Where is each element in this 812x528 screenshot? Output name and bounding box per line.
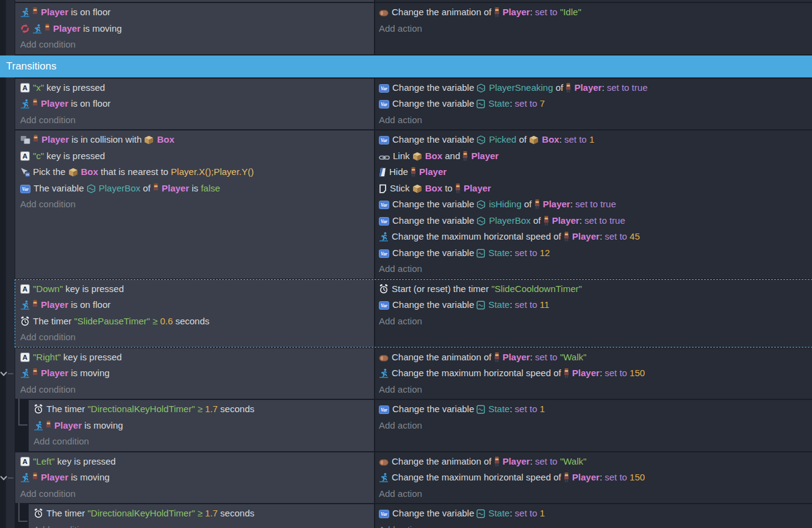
event[interactable]: The timer "DirectionalKeyHoldTimer" ≥ 1.… bbox=[29, 504, 812, 528]
add-link-label[interactable]: Add condition bbox=[20, 115, 76, 125]
add-link-label[interactable]: Add condition bbox=[20, 384, 76, 394]
platformer-icon bbox=[379, 473, 389, 482]
condition-row[interactable]: The timer "DirectionalKeyHoldTimer" ≥ 1.… bbox=[34, 505, 374, 522]
add-condition-link[interactable]: Add condition bbox=[34, 522, 374, 528]
conditions-column: A"Left" key is pressedPlayer is movingAd… bbox=[15, 452, 374, 504]
event[interactable]: A"x" key is pressedPlayer is on floorAdd… bbox=[15, 79, 812, 130]
condition-row[interactable]: vsPick the Box that is nearest to Player… bbox=[20, 164, 374, 180]
condition-row[interactable]: Player is moving bbox=[20, 21, 374, 37]
action-row[interactable]: Hide Player bbox=[379, 164, 812, 180]
add-link-label[interactable]: Add action bbox=[379, 316, 422, 326]
action-row[interactable]: Change the maximum horizontal speed of P… bbox=[379, 365, 812, 382]
action-row[interactable]: Change the animation of Player: set to "… bbox=[379, 349, 812, 366]
condition-row[interactable]: A"x" key is pressed bbox=[20, 80, 374, 96]
add-link-label[interactable]: Add action bbox=[379, 420, 422, 430]
add-action-link[interactable]: Add action bbox=[379, 382, 812, 398]
add-link-label[interactable]: Add condition bbox=[34, 524, 89, 528]
action-row[interactable]: Change the animation of Player: set to "… bbox=[379, 4, 812, 21]
condition-row[interactable]: A"c" key is pressed bbox=[20, 148, 374, 165]
action-row[interactable]: VarChange the variable PlayerSneaking of… bbox=[379, 80, 812, 96]
condition-row[interactable]: VarThe variable PlayerBox of Player is f… bbox=[20, 180, 374, 197]
add-link-label[interactable]: Add condition bbox=[20, 332, 76, 342]
add-link-label[interactable]: Add action bbox=[379, 488, 422, 499]
player-icon bbox=[544, 216, 549, 226]
add-action-link[interactable]: Add action bbox=[379, 261, 812, 277]
add-link-label[interactable]: Add condition bbox=[20, 199, 76, 209]
event-selected[interactable]: A"Down" key is pressedPlayer is on floor… bbox=[15, 280, 812, 347]
text-segment: The timer bbox=[46, 404, 88, 414]
add-condition-link[interactable]: Add condition bbox=[20, 196, 374, 213]
add-link-label[interactable]: Add action bbox=[379, 115, 422, 125]
condition-row[interactable]: Player is on floor bbox=[20, 96, 374, 112]
add-link-label[interactable]: Add action bbox=[379, 263, 422, 274]
condition-row[interactable]: Player is moving bbox=[34, 418, 374, 434]
scene-variable-icon bbox=[476, 301, 485, 310]
event[interactable]: A"Right" key is pressedPlayer is movingA… bbox=[15, 348, 812, 399]
add-condition-link[interactable]: Add condition bbox=[20, 329, 374, 346]
add-link-label[interactable]: Add action bbox=[379, 23, 422, 34]
text-segment: Player bbox=[572, 472, 600, 482]
add-action-link[interactable]: Add action bbox=[379, 112, 812, 129]
action-row[interactable]: VarChange the variable PlayerBox of Play… bbox=[379, 213, 812, 229]
action-row[interactable]: VarChange the variable State: set to 1 bbox=[379, 505, 812, 522]
action-row[interactable]: Change the animation of Player: set to "… bbox=[379, 454, 812, 470]
condition-row[interactable]: Player is moving bbox=[20, 469, 374, 486]
event[interactable]: A"Left" key is pressedPlayer is movingAd… bbox=[15, 452, 812, 504]
text-segment: Player bbox=[41, 7, 68, 17]
svg-text:Var: Var bbox=[381, 219, 387, 224]
text-segment: Link bbox=[393, 151, 412, 161]
action-row[interactable]: VarChange the variable isHiding of Playe… bbox=[379, 196, 812, 213]
event[interactable]: The timer "DirectionalKeyHoldTimer" ≥ 1.… bbox=[29, 400, 812, 451]
action-row[interactable]: VarChange the variable State: set to 7 bbox=[379, 96, 812, 112]
text-segment: 150 bbox=[630, 368, 645, 378]
text-segment: "Walk" bbox=[560, 352, 586, 362]
timer-icon bbox=[34, 404, 43, 414]
action-row[interactable]: Change the maximum horizontal speed of P… bbox=[379, 469, 812, 486]
player-icon bbox=[494, 457, 500, 466]
add-condition-link[interactable]: Add condition bbox=[34, 433, 374, 450]
add-condition-link[interactable]: Add condition bbox=[20, 37, 374, 53]
condition-row[interactable]: The timer "SlidePauseTimer" ≥ 0.6 second… bbox=[20, 313, 374, 330]
add-link-label[interactable]: Add condition bbox=[20, 39, 76, 49]
box-icon bbox=[68, 168, 78, 177]
text-segment: Pick the bbox=[33, 166, 68, 177]
condition-row[interactable]: A"Right" key is pressed bbox=[20, 349, 374, 366]
action-row[interactable]: Stick Box to Player bbox=[379, 180, 812, 197]
text-segment: of bbox=[522, 199, 534, 209]
action-row[interactable]: VarChange the variable State: set to 1 bbox=[379, 401, 812, 418]
add-link-label[interactable]: Add action bbox=[379, 384, 422, 394]
condition-row[interactable]: A"Left" key is pressed bbox=[20, 454, 374, 470]
condition-row[interactable]: Player is in collision with Box bbox=[20, 132, 374, 148]
condition-row[interactable]: Player is moving bbox=[20, 365, 374, 382]
add-action-link[interactable]: Add action bbox=[379, 522, 812, 528]
action-row[interactable]: VarChange the variable State: set to 11 bbox=[379, 297, 812, 313]
add-link-label[interactable]: Add condition bbox=[34, 436, 89, 446]
action-row[interactable]: VarChange the variable Picked of Box: se… bbox=[379, 132, 812, 148]
action-row[interactable]: Link Box and Player bbox=[379, 148, 812, 165]
add-link-label[interactable]: Add action bbox=[379, 524, 422, 528]
text-segment: Player bbox=[41, 299, 68, 310]
event[interactable]: Player is in collision with BoxA"c" key … bbox=[15, 130, 812, 279]
action-row[interactable]: Start (or reset) the timer "SlideCooldow… bbox=[379, 281, 812, 298]
add-condition-link[interactable]: Add condition bbox=[20, 382, 374, 398]
svg-text:Var: Var bbox=[381, 407, 387, 413]
add-link-label[interactable]: Add condition bbox=[20, 488, 76, 499]
action-row[interactable]: Change the maximum horizontal speed of P… bbox=[379, 229, 812, 245]
condition-row[interactable]: The timer "DirectionalKeyHoldTimer" ≥ 1.… bbox=[34, 401, 374, 418]
event[interactable]: Player is on floorPlayer is movingAdd co… bbox=[15, 3, 812, 54]
add-condition-link[interactable]: Add condition bbox=[20, 486, 374, 502]
condition-row[interactable]: Player is on floor bbox=[20, 297, 374, 313]
actions-column: Change the animation of Player: set to "… bbox=[375, 3, 812, 54]
text-segment: Player bbox=[552, 215, 580, 226]
add-action-link[interactable]: Add action bbox=[379, 486, 812, 502]
condition-row[interactable]: A"Down" key is pressed bbox=[20, 281, 374, 298]
link-icon bbox=[379, 154, 390, 161]
add-action-link[interactable]: Add action bbox=[379, 313, 812, 330]
add-action-link[interactable]: Add action bbox=[379, 21, 812, 37]
text-segment: "c" bbox=[33, 151, 44, 161]
group-header-transitions[interactable]: Transitions bbox=[0, 55, 812, 77]
add-condition-link[interactable]: Add condition bbox=[20, 112, 374, 129]
action-row[interactable]: VarChange the variable State: set to 12 bbox=[379, 245, 812, 262]
condition-row[interactable]: Player is on floor bbox=[20, 4, 374, 21]
add-action-link[interactable]: Add action bbox=[379, 418, 812, 434]
